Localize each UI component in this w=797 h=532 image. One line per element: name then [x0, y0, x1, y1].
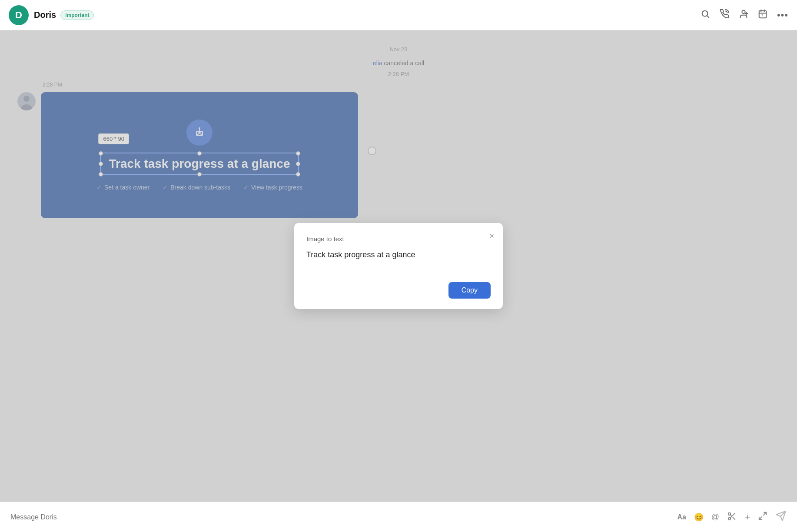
contact-avatar: D	[9, 5, 29, 25]
modal-title: Image to text	[306, 235, 491, 243]
contact-name: Doris	[34, 10, 56, 20]
input-toolbar: Aa 😊 @ +	[677, 510, 787, 524]
svg-text:7: 7	[761, 14, 763, 17]
svg-line-23	[733, 517, 735, 519]
message-input-area: Aa 😊 @ +	[0, 502, 797, 532]
important-badge: important	[60, 10, 94, 20]
copy-button[interactable]: Copy	[448, 282, 491, 299]
search-icon[interactable]	[701, 9, 710, 21]
svg-line-26	[759, 517, 762, 519]
calendar-icon[interactable]: 7	[758, 9, 767, 21]
font-size-icon[interactable]: Aa	[677, 513, 686, 521]
add-icon[interactable]: +	[744, 512, 750, 523]
image-to-text-modal: Image to text × Track task progress at a…	[294, 223, 503, 309]
chat-header: D Doris important 7 •••	[0, 0, 797, 30]
svg-line-24	[731, 515, 732, 516]
modal-extracted-text: Track task progress at a glance	[306, 249, 491, 260]
more-options-icon[interactable]: •••	[777, 10, 788, 21]
svg-point-2	[742, 10, 745, 13]
add-contact-icon[interactable]	[739, 9, 748, 21]
call-icon[interactable]	[720, 9, 729, 21]
message-input[interactable]	[10, 513, 670, 521]
scissors-icon[interactable]	[727, 512, 737, 523]
send-button[interactable]	[775, 510, 787, 524]
header-actions: 7 •••	[701, 9, 788, 21]
svg-line-25	[764, 512, 766, 515]
modal-close-button[interactable]: ×	[489, 232, 494, 241]
mention-icon[interactable]: @	[711, 512, 719, 522]
modal-backdrop: Image to text × Track task progress at a…	[0, 30, 797, 502]
chat-area: Nov 23 elia canceled a call 2:28 PM 2:28…	[0, 30, 797, 502]
expand-icon[interactable]	[758, 511, 767, 523]
svg-line-1	[707, 16, 709, 17]
emoji-icon[interactable]: 😊	[694, 512, 704, 522]
modal-footer: Copy	[306, 282, 491, 299]
